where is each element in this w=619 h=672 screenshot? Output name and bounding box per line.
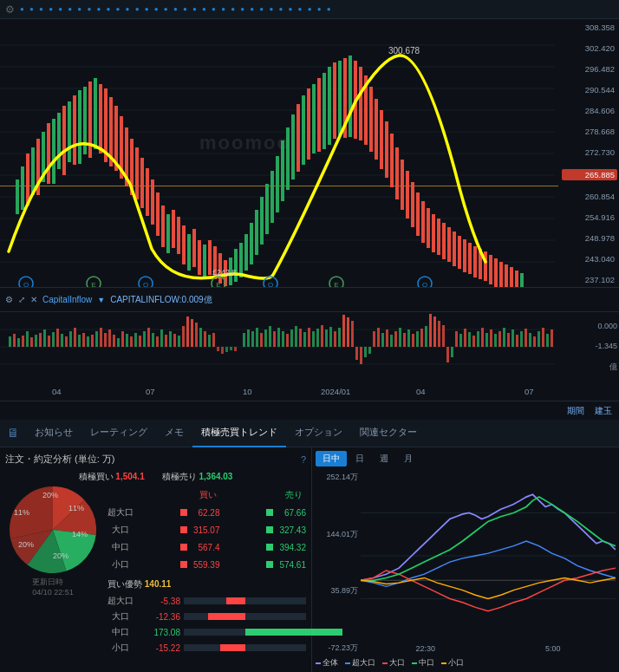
period-button[interactable]: 期間 <box>567 405 584 417</box>
svg-rect-212 <box>377 328 380 347</box>
svg-rect-189 <box>277 328 280 347</box>
svg-rect-45 <box>192 229 196 267</box>
svg-rect-180 <box>234 347 237 351</box>
svg-rect-62 <box>281 140 284 201</box>
svg-rect-142 <box>69 331 72 347</box>
svg-rect-173 <box>204 331 206 347</box>
adv-row-super-large: 超大口 -5.38 <box>108 593 306 609</box>
svg-rect-132 <box>26 331 29 347</box>
indicator-expand-icon[interactable]: ⤢ <box>18 295 25 304</box>
sub-tab-weekly[interactable]: 週 <box>373 451 395 466</box>
tab-monitor[interactable]: 🖥 <box>0 420 26 447</box>
buy-cell-medium: 567.4 <box>137 543 220 552</box>
svg-rect-219 <box>407 329 410 347</box>
svg-rect-93 <box>442 223 446 259</box>
pie-container: 11% 14% 20% 20% 11% 20% 更新日時 04/10 22:51 <box>5 486 101 656</box>
svg-text:Q: Q <box>143 281 148 288</box>
svg-rect-97 <box>463 239 466 272</box>
svg-rect-232 <box>464 329 466 347</box>
tab-rating[interactable]: レーティング <box>81 420 156 447</box>
svg-rect-89 <box>421 201 425 243</box>
price-label-13: 237.102 <box>562 275 617 284</box>
indicator-settings-icon[interactable]: ⚙ <box>5 295 13 304</box>
svg-rect-181 <box>243 333 245 347</box>
svg-rect-65 <box>296 104 300 172</box>
mini-y4: -72.23万 <box>318 643 358 654</box>
svg-rect-11 <box>16 179 19 214</box>
tab-trade-trend[interactable]: 積極売買トレンド <box>192 420 286 447</box>
svg-rect-223 <box>425 326 427 347</box>
adv-label-large: 大口 <box>108 610 134 623</box>
adv-row-small: 小口 -15.22 <box>108 640 306 656</box>
price-label-9: 260.854 <box>562 192 617 201</box>
svg-rect-53 <box>234 249 238 282</box>
buy-cell-super-large: 62.28 <box>137 508 220 518</box>
price-label-10: 254.916 <box>562 212 617 222</box>
tab-options[interactable]: オプション <box>286 420 351 447</box>
svg-rect-48 <box>208 240 212 275</box>
svg-rect-67 <box>307 88 310 160</box>
svg-rect-12 <box>21 166 24 210</box>
svg-rect-63 <box>286 127 290 190</box>
tab-options-label: オプション <box>295 426 342 439</box>
svg-rect-135 <box>39 333 42 347</box>
svg-rect-20 <box>62 106 66 175</box>
svg-rect-141 <box>65 336 68 347</box>
adv-bar-large <box>184 613 306 620</box>
svg-rect-66 <box>302 95 305 165</box>
tab-trade-trend-label: 積極売買トレンド <box>201 426 277 439</box>
tab-notifications-label: お知らせ <box>35 426 73 439</box>
volume-y1: 0.000 <box>562 322 617 330</box>
svg-rect-213 <box>381 333 384 347</box>
svg-rect-214 <box>386 329 388 347</box>
svg-text:Q: Q <box>23 281 29 288</box>
price-label-6: 278.668 <box>562 127 617 136</box>
legend-medium-label: 中口 <box>419 657 434 669</box>
time-label-5: 04 <box>416 387 426 396</box>
tab-memo[interactable]: メモ <box>156 420 192 447</box>
right-panel: 日中 日 週 月 252.14万 144.01万 35.89万 -72.23万 <box>312 447 619 672</box>
time-label-2: 07 <box>146 387 155 396</box>
svg-rect-168 <box>182 326 185 347</box>
svg-rect-211 <box>373 331 375 347</box>
sub-tab-daily[interactable]: 日 <box>349 451 371 466</box>
svg-rect-196 <box>308 328 310 347</box>
mini-y3: 35.89万 <box>318 585 358 597</box>
sub-tab-intraday[interactable]: 日中 <box>316 451 347 466</box>
indicator-close-icon[interactable]: ✕ <box>30 295 37 304</box>
svg-rect-245 <box>520 331 523 347</box>
svg-rect-176 <box>217 347 219 351</box>
svg-rect-102 <box>489 255 492 284</box>
tab-related-sector[interactable]: 関連セクター <box>351 420 426 447</box>
info-icon[interactable]: ? <box>301 454 306 465</box>
tab-notifications[interactable]: お知らせ <box>26 420 81 447</box>
svg-rect-22 <box>73 95 76 165</box>
svg-rect-36 <box>146 168 149 216</box>
svg-rect-162 <box>156 336 159 347</box>
svg-rect-88 <box>416 192 420 236</box>
svg-rect-188 <box>273 331 276 347</box>
sub-tab-monthly[interactable]: 月 <box>397 451 420 466</box>
panel-title: 注文・約定分析 (単位: 万) <box>5 453 115 466</box>
svg-rect-85 <box>401 160 404 210</box>
svg-rect-187 <box>269 326 271 347</box>
svg-rect-136 <box>43 329 46 347</box>
svg-rect-64 <box>291 114 295 179</box>
indicator-label[interactable]: CapitalInflow <box>42 295 92 304</box>
svg-rect-202 <box>334 331 336 347</box>
svg-rect-248 <box>533 336 536 347</box>
adv-val-super-large: -5.38 <box>137 597 180 606</box>
svg-rect-41 <box>172 210 175 248</box>
svg-rect-42 <box>177 217 180 254</box>
svg-rect-231 <box>459 334 462 347</box>
svg-rect-197 <box>312 331 315 347</box>
svg-rect-193 <box>295 326 297 347</box>
svg-rect-68 <box>312 84 316 153</box>
positions-button[interactable]: 建玉 <box>595 405 612 417</box>
svg-rect-205 <box>347 317 349 347</box>
svg-rect-99 <box>473 246 477 277</box>
svg-rect-171 <box>195 323 198 347</box>
svg-rect-160 <box>147 328 150 347</box>
gear-icon[interactable]: ⚙ <box>5 3 15 16</box>
price-label-1: 308.358 <box>562 23 617 32</box>
